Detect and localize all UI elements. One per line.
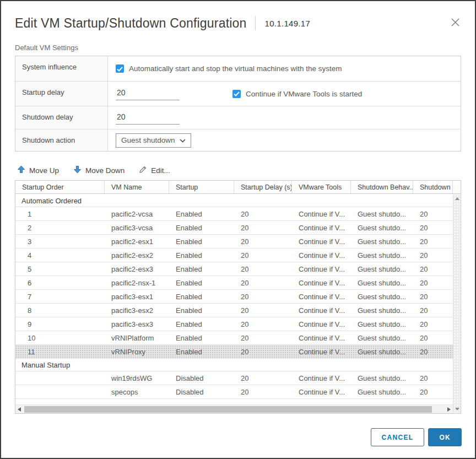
system-influence-checkbox[interactable] bbox=[116, 64, 124, 73]
scroll-right-icon bbox=[447, 407, 451, 412]
scroll-right-button[interactable] bbox=[445, 405, 453, 414]
horizontal-scrollbar[interactable] bbox=[15, 404, 453, 413]
column-header-shutdown-behavior[interactable]: Shutdown Behav... bbox=[351, 181, 413, 193]
column-header-vm-name[interactable]: VM Name bbox=[105, 181, 169, 193]
horizontal-scroll-track[interactable] bbox=[23, 405, 445, 414]
table-row[interactable]: 1pacific2-vcsaEnabled20Continue if V...G… bbox=[15, 207, 453, 221]
table-cell: Guest shutdo... bbox=[351, 345, 413, 358]
table-cell: pacific2-esx2 bbox=[105, 249, 169, 262]
table-cell: Continue if V... bbox=[292, 262, 351, 276]
table-row[interactable]: 5pacific2-esx3Enabled20Continue if V...G… bbox=[15, 262, 453, 276]
table-cell: 20 bbox=[234, 385, 292, 398]
startup-delay-input[interactable] bbox=[116, 87, 180, 100]
shutdown-action-select[interactable]: Guest shutdown bbox=[116, 133, 191, 148]
table-row[interactable]: 4pacific2-esx2Enabled20Continue if V...G… bbox=[15, 249, 453, 262]
table-cell: pacific3-vcsa bbox=[105, 221, 169, 234]
table-cell bbox=[15, 385, 105, 398]
table-row[interactable]: 9pacific3-esx3Enabled20Continue if V...G… bbox=[15, 317, 453, 331]
horizontal-scroll-thumb[interactable] bbox=[24, 406, 432, 413]
table-row[interactable]: 2pacific3-vcsaEnabled20Continue if V...G… bbox=[15, 221, 453, 235]
table-cell: 20 bbox=[234, 207, 292, 220]
table-cell: 20 bbox=[234, 331, 292, 344]
column-header-vmware-tools[interactable]: VMware Tools bbox=[292, 181, 351, 193]
table-cell: 11 bbox=[15, 345, 105, 358]
table-row[interactable]: 8pacific3-esx2Enabled20Continue if V...G… bbox=[15, 304, 453, 317]
group-header-row: Manual Startup bbox=[15, 359, 453, 371]
table-cell: 20 bbox=[413, 221, 453, 234]
dialog-header: Edit VM Startup/Shutdown Configuration 1… bbox=[1, 1, 475, 32]
move-down-button[interactable]: Move Down bbox=[73, 165, 125, 175]
table-cell: Continue if V... bbox=[292, 221, 351, 234]
scroll-down-icon bbox=[455, 408, 459, 411]
table-row[interactable]: 11vRNIProxyEnabled20Continue if V...Gues… bbox=[15, 345, 453, 359]
column-header-startup-order[interactable]: Startup Order bbox=[15, 181, 105, 193]
close-icon bbox=[451, 18, 460, 29]
table-cell: 4 bbox=[15, 249, 105, 262]
table-cell: 20 bbox=[234, 262, 292, 276]
shutdown-delay-input[interactable] bbox=[116, 111, 180, 125]
column-header-startup-delay[interactable]: Startup Delay (s) bbox=[234, 181, 292, 193]
table-cell: Enabled bbox=[169, 249, 234, 262]
column-header-shutdown[interactable]: Shutdown bbox=[413, 181, 453, 193]
table-cell: pacific2-esx3 bbox=[105, 262, 169, 276]
scroll-up-button[interactable] bbox=[453, 195, 461, 202]
check-icon bbox=[234, 89, 240, 99]
vmware-tools-checkbox[interactable] bbox=[232, 90, 241, 98]
row-label: Shutdown action bbox=[15, 129, 108, 151]
table-row[interactable]: specopsDisabled20Continue if V...Guest s… bbox=[15, 385, 453, 399]
close-button[interactable] bbox=[448, 17, 462, 30]
table-cell: Disabled bbox=[169, 385, 234, 398]
table-cell: 20 bbox=[413, 385, 453, 398]
table-cell: Guest shutdo... bbox=[351, 221, 413, 234]
table-cell: Disabled bbox=[169, 371, 234, 385]
row-label: Startup delay bbox=[15, 82, 108, 106]
table-cell: 10 bbox=[15, 331, 105, 344]
table-cell: 20 bbox=[234, 235, 292, 248]
scroll-left-icon bbox=[18, 407, 21, 412]
default-vm-settings-table: System influence Automatically start and… bbox=[15, 56, 461, 152]
table-row[interactable]: 6pacific2-nsx-1Enabled20Continue if V...… bbox=[15, 276, 453, 290]
vertical-scrollbar[interactable] bbox=[453, 195, 461, 413]
table-cell: pacific2-esx1 bbox=[105, 235, 169, 248]
table-cell: Continue if V... bbox=[292, 385, 351, 398]
column-header-startup[interactable]: Startup bbox=[169, 181, 234, 193]
table-cell: 20 bbox=[234, 290, 292, 303]
settings-row-startup-delay: Startup delay Continue if VMware Tools i… bbox=[15, 82, 461, 106]
table-cell: 20 bbox=[413, 249, 453, 262]
table-cell: 1 bbox=[15, 207, 105, 220]
scroll-left-button[interactable] bbox=[15, 405, 23, 414]
cancel-button[interactable]: CANCEL bbox=[371, 428, 425, 446]
table-row[interactable]: 10vRNIPlatformEnabled20Continue if V...G… bbox=[15, 331, 453, 345]
header-filler bbox=[453, 181, 461, 193]
settings-row-shutdown-delay: Shutdown delay bbox=[15, 106, 461, 129]
chevron-down-icon bbox=[180, 136, 186, 144]
table-cell: Enabled bbox=[169, 331, 234, 344]
move-up-button[interactable]: Move Up bbox=[17, 165, 59, 175]
vertical-scroll-track[interactable] bbox=[453, 202, 461, 405]
row-label: Shutdown delay bbox=[15, 106, 108, 129]
table-cell: vRNIPlatform bbox=[105, 331, 169, 344]
table-row[interactable]: 7pacific3-esx1Enabled20Continue if V...G… bbox=[15, 290, 453, 304]
table-cell: specops bbox=[105, 385, 169, 398]
table-cell: win19rdsWG bbox=[105, 371, 169, 385]
table-row[interactable]: 3pacific2-esx1Enabled20Continue if V...G… bbox=[15, 235, 453, 249]
grid-header-row: Startup Order VM Name Startup Startup De… bbox=[15, 181, 461, 194]
vmware-tools-label: Continue if VMware Tools is started bbox=[246, 90, 362, 98]
edit-button[interactable]: Edit... bbox=[139, 165, 170, 175]
table-cell: 20 bbox=[413, 207, 453, 220]
table-cell: Continue if V... bbox=[292, 304, 351, 317]
table-cell: Guest shutdo... bbox=[351, 317, 413, 331]
table-cell: Guest shutdo... bbox=[351, 304, 413, 317]
arrow-up-icon bbox=[17, 165, 25, 175]
table-row[interactable]: win19rdsWGDisabled20Continue if V...Gues… bbox=[15, 371, 453, 385]
table-cell: 20 bbox=[413, 290, 453, 303]
table-cell: Enabled bbox=[169, 207, 234, 220]
table-cell: Guest shutdo... bbox=[351, 276, 413, 289]
table-cell: Enabled bbox=[169, 345, 234, 358]
title-separator bbox=[255, 16, 256, 30]
table-cell: pacific2-nsx-1 bbox=[105, 276, 169, 289]
ok-button[interactable]: OK bbox=[428, 428, 462, 446]
scroll-down-button[interactable] bbox=[453, 405, 461, 413]
table-cell: Continue if V... bbox=[292, 317, 351, 331]
move-up-label: Move Up bbox=[29, 166, 59, 175]
